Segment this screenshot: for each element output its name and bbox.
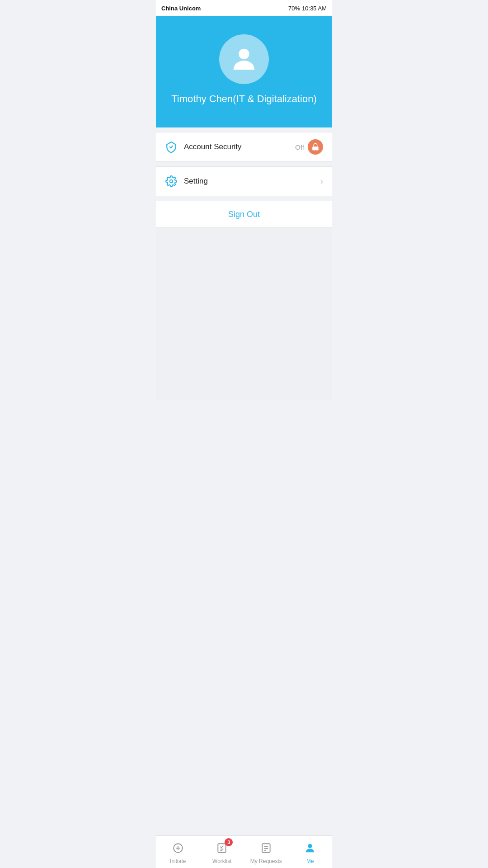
chevron-right-icon: ›	[320, 177, 323, 186]
my-requests-icon-wrap	[258, 840, 274, 856]
sign-out-button[interactable]: Sign Out	[156, 201, 332, 227]
divider-1	[156, 127, 332, 132]
nav-label-worklist: Worklist	[212, 858, 231, 864]
document-icon	[260, 842, 272, 854]
nav-label-my-requests: My Requests	[250, 858, 282, 864]
setting-item[interactable]: Setting ›	[156, 167, 332, 196]
status-right: 70% 10:35 AM	[288, 5, 327, 12]
divider-2	[156, 162, 332, 166]
account-security-section: Account Security Off	[156, 132, 332, 162]
nav-item-me[interactable]: Me	[288, 836, 333, 868]
profile-name: Timothy Chen(IT & Digitalization)	[171, 93, 317, 105]
account-security-right: Off	[295, 139, 323, 155]
setting-right: ›	[320, 177, 323, 186]
shield-icon	[165, 141, 178, 153]
svg-rect-9	[262, 844, 270, 853]
svg-rect-1	[312, 146, 319, 150]
worklist-icon-wrap: 3	[214, 840, 230, 856]
profile-header: Timothy Chen(IT & Digitalization)	[156, 16, 332, 127]
account-security-label: Account Security	[184, 142, 295, 151]
svg-point-2	[170, 180, 173, 183]
nav-label-me: Me	[306, 858, 314, 864]
lock-icon	[311, 143, 319, 151]
account-security-item[interactable]: Account Security Off	[156, 132, 332, 161]
svg-point-13	[308, 844, 312, 848]
empty-area	[156, 228, 332, 400]
status-bar: China Unicom 70% 10:35 AM	[156, 0, 332, 16]
setting-section: Setting ›	[156, 166, 332, 196]
plus-icon	[172, 842, 184, 854]
nav-item-my-requests[interactable]: My Requests	[244, 836, 288, 868]
nav-label-initiate: Initiate	[170, 858, 186, 864]
me-icon-wrap	[302, 840, 318, 856]
time-label: 10:35 AM	[302, 5, 327, 12]
nav-item-initiate[interactable]: Initiate	[156, 836, 200, 868]
sign-out-section: Sign Out	[156, 201, 332, 228]
person-avatar-icon	[228, 43, 260, 75]
initiate-icon-wrap	[170, 840, 186, 856]
battery-label: 70%	[288, 5, 300, 12]
avatar	[219, 34, 269, 84]
svg-point-0	[239, 49, 249, 59]
setting-label: Setting	[184, 177, 320, 186]
lock-badge	[308, 139, 323, 155]
person-fill-icon	[304, 842, 316, 854]
bottom-nav: Initiate 3 Worklist My Requests	[156, 835, 332, 868]
divider-3	[156, 196, 332, 201]
gear-icon	[165, 175, 178, 188]
svg-rect-6	[218, 844, 226, 853]
nav-item-worklist[interactable]: 3 Worklist	[200, 836, 244, 868]
carrier-label: China Unicom	[161, 5, 201, 12]
security-status-text: Off	[295, 143, 304, 151]
worklist-badge: 3	[225, 838, 233, 846]
